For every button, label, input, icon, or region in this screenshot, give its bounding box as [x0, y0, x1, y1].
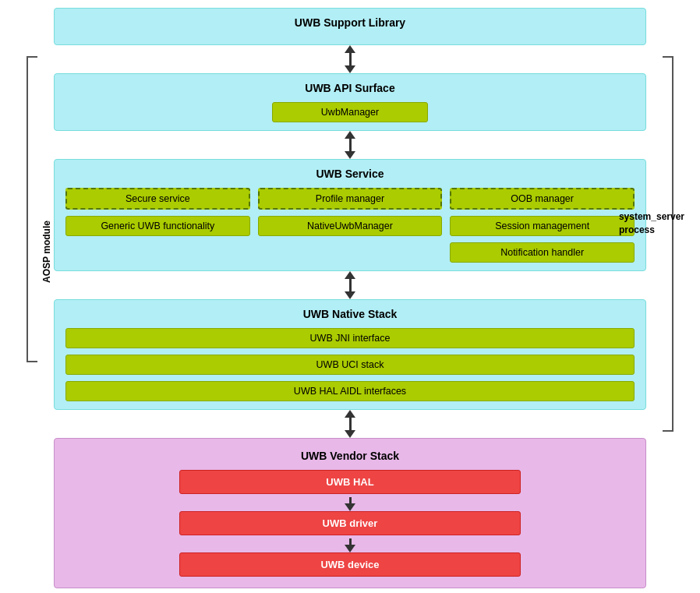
- service-row3: Notification handler: [65, 242, 635, 263]
- vendor-arrow-1: [65, 497, 635, 511]
- double-arrow-1: [345, 45, 355, 73]
- shaft-2: [349, 139, 352, 151]
- system-server-label: system_server process: [619, 210, 684, 237]
- uwb-support-library-box: UWB Support Library: [54, 8, 646, 45]
- double-arrow-4: [345, 410, 355, 438]
- arrow-head-up-3: [345, 271, 355, 279]
- profile-manager-box: Profile manager: [258, 188, 443, 210]
- uwb-hal-box: UWB HAL: [179, 470, 521, 494]
- bracket-right-bottom: [663, 430, 673, 432]
- uwb-device-box: UWB device: [179, 552, 521, 577]
- arrow-head-up-4: [345, 410, 355, 418]
- uwb-native-stack-title: UWB Native Stack: [65, 308, 635, 320]
- vendor-arrowhead-1: [345, 503, 355, 511]
- session-management-box: Session management: [450, 216, 635, 236]
- uwb-service-box: UWB Service Secure service Profile manag…: [54, 159, 646, 271]
- native-uwb-manager-box: NativeUwbManager: [258, 216, 443, 236]
- notification-handler-box: Notification handler: [450, 242, 635, 263]
- uwb-api-surface-box: UWB API Surface UwbManager: [54, 73, 646, 131]
- uwb-vendor-stack-title: UWB Vendor Stack: [65, 450, 635, 462]
- vendor-shaft-1: [349, 497, 352, 503]
- bracket-left-line: [27, 56, 28, 362]
- uwb-jni-interface-box: UWB JNI interface: [65, 328, 635, 348]
- double-arrow-2: [345, 131, 355, 159]
- arrow-native-to-vendor: [54, 410, 646, 438]
- service-row1: Secure service Profile manager OOB manag…: [65, 188, 635, 210]
- shaft-1: [349, 53, 352, 65]
- arrow-head-up-1: [345, 45, 355, 53]
- arrow-api-to-service: [54, 131, 646, 159]
- oob-manager-box: OOB manager: [450, 188, 635, 210]
- uwb-vendor-stack-box: UWB Vendor Stack UWB HAL UWB driver U: [54, 438, 646, 588]
- service-row2: Generic UWB functionality NativeUwbManag…: [65, 216, 635, 236]
- native-stack-items: UWB JNI interface UWB UCI stack UWB HAL …: [65, 328, 635, 401]
- inner-area: UWB Support Library UWB API Surface UwbM…: [54, 8, 646, 588]
- shaft-3: [349, 279, 352, 291]
- arrow-head-up-2: [345, 131, 355, 139]
- uwb-manager-component: UwbManager: [272, 102, 428, 122]
- generic-uwb-box: Generic UWB functionality: [65, 216, 250, 236]
- bracket-right-line: [672, 56, 673, 430]
- bracket-right-top: [663, 56, 673, 58]
- arrow-head-down-1: [345, 65, 355, 73]
- vendor-arrowhead-2: [345, 545, 355, 552]
- bracket-left-bottom: [27, 361, 37, 362]
- uwb-hal-aidl-box: UWB HAL AIDL interfaces: [65, 381, 635, 401]
- shaft-4: [349, 418, 352, 430]
- uwb-driver-box: UWB driver: [179, 511, 521, 535]
- vendor-arrow-2: [65, 538, 635, 552]
- arrow-head-down-2: [345, 151, 355, 159]
- aosp-module-label: AOSP module: [41, 221, 52, 283]
- arrow-head-down-4: [345, 430, 355, 438]
- vendor-shaft-2: [349, 538, 352, 545]
- uwb-service-title: UWB Service: [65, 168, 635, 180]
- arrow-service-to-native: [54, 271, 646, 299]
- uwb-native-stack-box: UWB Native Stack UWB JNI interface UWB U…: [54, 299, 646, 410]
- arrow-support-to-api: [54, 45, 646, 73]
- uwb-api-surface-title: UWB API Surface: [65, 82, 635, 94]
- bracket-left-top: [27, 56, 37, 58]
- uwb-uci-stack-box: UWB UCI stack: [65, 355, 635, 375]
- double-arrow-3: [345, 271, 355, 299]
- uwb-support-library-title: UWB Support Library: [65, 16, 635, 29]
- arrow-head-down-3: [345, 291, 355, 299]
- secure-service-box: Secure service: [65, 188, 250, 210]
- diagram-container: AOSP module system_server process UWB Su…: [16, 8, 684, 588]
